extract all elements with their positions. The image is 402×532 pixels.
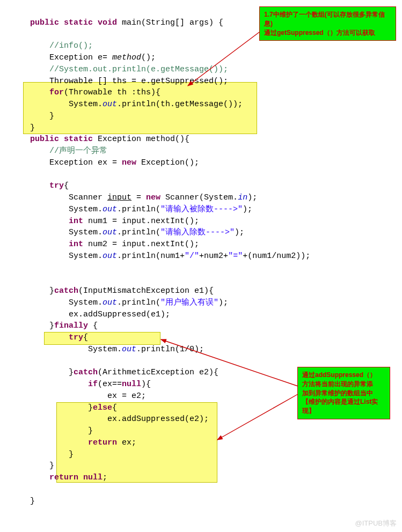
- annotation-line: 加到异常维护的数组当中: [302, 389, 373, 397]
- code-line: System.out.println(num1+"/"+num2+"="+(nu…: [11, 252, 310, 261]
- code-line: try{: [11, 333, 88, 342]
- annotation-line: 通过addSuppressed（）: [302, 371, 376, 379]
- code-line: }: [11, 461, 54, 470]
- code-line: Throwable [] ths = e.getSuppressed();: [11, 77, 228, 86]
- code-line: System.out.println("请输入被除数---->");: [11, 205, 252, 214]
- code-line: }: [11, 112, 54, 121]
- annotation-line: 1.7中维护了一个数组(可以存放很多异常信: [264, 11, 385, 18]
- code-line: }: [11, 426, 93, 435]
- code-line: ex.addSuppressed(e2);: [11, 415, 209, 424]
- code-line: ex = e2;: [11, 391, 146, 401]
- code-line: //声明一个异常: [11, 146, 107, 156]
- annotation-line: 现】: [302, 407, 315, 415]
- annotation-line: 方法将当前出现的异常添: [302, 380, 373, 388]
- code-line: //System.out.println(e.getMessage());: [11, 65, 228, 74]
- code-block: public static void main(String[] args) {…: [11, 5, 391, 507]
- code-line: public static Exception method(){: [11, 135, 189, 144]
- watermark: @ITPUB博客: [355, 519, 397, 529]
- code-line: return ex;: [11, 438, 136, 447]
- code-line: System.out.println("请输入除数---->");: [11, 228, 244, 237]
- code-line: public static void main(String[] args) {: [11, 18, 223, 27]
- annotation-line: 【维护的内容是通过List实: [302, 398, 378, 405]
- code-line: }: [11, 497, 35, 506]
- code-line: if(ex==null){: [11, 380, 151, 389]
- code-line: Scanner input = new Scanner(System.in);: [11, 193, 257, 202]
- code-line: }catch(ArithmeticException e2){: [11, 368, 218, 377]
- code-line: System.out.println("用户输入有误");: [11, 298, 228, 307]
- code-line: int num2 = input.nextInt();: [11, 240, 199, 249]
- code-line: }: [11, 123, 35, 132]
- code-line: for(Throwable th :ths){: [11, 88, 160, 97]
- annotation-add-suppressed: 通过addSuppressed（） 方法将当前出现的异常添 加到异常维护的数组当…: [297, 367, 390, 419]
- code-line: }catch(InputMismatchException e1){: [11, 286, 214, 295]
- code-line: ex.addSuppressed(e1);: [11, 310, 170, 319]
- code-line: }else{: [11, 403, 117, 412]
- code-line: System.out.println(th.getMessage());: [11, 100, 243, 109]
- code-line: return null;: [11, 473, 107, 482]
- code-line: }finally {: [11, 321, 98, 330]
- annotation-line: 通过getSuppressed（）方法可以获取: [264, 29, 375, 36]
- code-line: //info();: [11, 41, 93, 50]
- code-line: try{: [11, 181, 69, 190]
- annotation-get-suppressed: 1.7中维护了一个数组(可以存放很多异常信 息) 通过getSuppressed…: [259, 6, 396, 41]
- code-line: Exception e= method();: [11, 53, 156, 62]
- annotation-line: 息): [264, 20, 273, 27]
- code-line: }: [11, 450, 74, 459]
- code-line: Exception ex = new Exception();: [11, 158, 199, 167]
- code-line: System.out.println(1/0);: [11, 345, 204, 354]
- code-line: int num1 = input.nextInt();: [11, 217, 199, 226]
